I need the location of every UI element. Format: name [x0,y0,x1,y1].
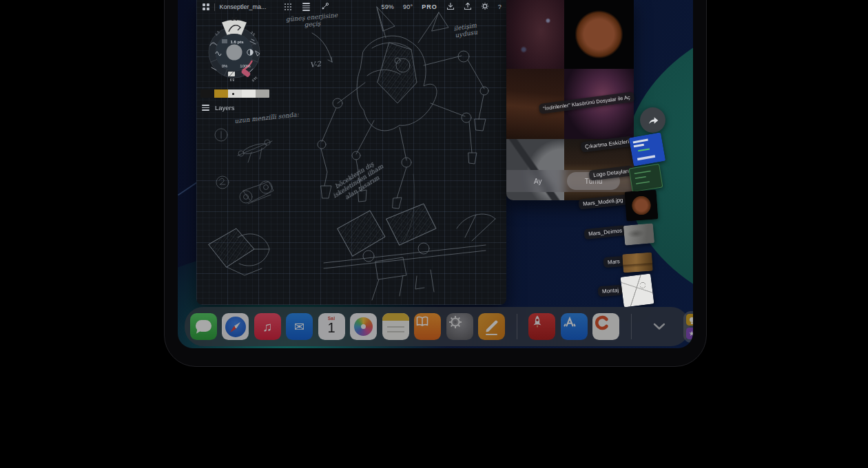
dock-app-music[interactable]: ♫ [254,313,281,340]
star-mini-icon: ★ [686,328,693,339]
vector-pen-icon[interactable] [321,2,329,12]
chat-bubble-icon [196,320,211,332]
open-in-files-button[interactable] [640,107,665,133]
concepts-c-icon [592,313,612,332]
eraser-size-label: 14.5 [251,76,258,83]
layers-list-icon[interactable] [302,3,310,10]
dock-app-notes[interactable] [382,313,409,340]
open-book-icon [414,313,431,330]
layers-label: Layers [215,104,235,111]
notes-header [382,313,409,321]
chevron-down-icon [653,323,665,330]
app-library-button[interactable]: ★ [683,311,694,343]
palette-swatch-selected[interactable] [228,89,242,98]
dock-app-messages[interactable] [190,313,217,340]
dock-app-mail[interactable]: ✉ [286,313,313,340]
drag-label-mars: Mars [603,256,624,268]
photo-nebula-horsehead[interactable] [506,0,564,69]
pen-baseline [486,334,497,335]
dock-app-appstore[interactable] [561,313,588,340]
mars-model-thumb[interactable] [625,189,659,221]
music-note-icon: ♫ [254,313,281,340]
palette-swatch[interactable] [214,89,228,98]
settings-gear-icon[interactable] [481,1,489,13]
snap-grid-icon[interactable] [285,3,291,10]
stroke-width-label: 1.6 pts [230,40,244,44]
dock-app-rocket[interactable] [528,313,555,340]
annotation-version: V-2 [309,60,321,70]
envelope-icon: ✉ [286,313,313,340]
rotation-angle[interactable]: 90° [403,3,413,10]
concepts-app-window[interactable]: güneş enerjisine geçiş iletişim uydusu V… [196,0,506,305]
opacity-max-label: 100% [240,64,251,68]
palette-swatch[interactable] [256,89,269,98]
tool-wheel[interactable]: 1.6 1.3 3.5 14.5 8. [202,11,268,89]
tips-mini-icon [686,314,693,326]
dock-divider [631,314,632,339]
mars-deimos-thumb[interactable] [623,223,654,246]
rocket-icon [528,313,546,331]
mars-photo-thumb[interactable] [622,253,653,273]
zoom-level[interactable]: 59% [381,3,394,10]
layers-button[interactable]: Layers [202,104,235,111]
color-puck [227,45,242,61]
tab-months[interactable]: Ay [534,178,542,185]
document-title: Konseptler_ma... [220,3,267,10]
sticker-sheet-green-thumb[interactable] [629,164,663,193]
sticker-sheet-blue-thumb[interactable] [629,132,666,167]
export-icon[interactable] [464,1,472,13]
drag-label-montage: Montaj [597,284,623,297]
marker-size-label: 8.9 [229,78,234,81]
ipad-screen: güneş enerjisine geçiş iletişim uydusu V… [178,0,693,348]
import-icon[interactable] [446,1,455,13]
notes-line [387,331,404,332]
dock-app-books[interactable] [414,313,441,340]
pen-icon [485,320,498,333]
drag-label-mars-deimos: Mars_Deimos [583,225,627,240]
montage-sketch-thumb[interactable] [620,273,654,307]
dock: ♫ ✉ Sal 1 [185,307,690,346]
dock-app-photos[interactable] [350,313,377,340]
stage: güneş enerjisine geçiş iletişim uydusu V… [0,0,868,468]
help-button[interactable]: ? [498,3,502,10]
gear-icon [446,313,464,331]
dock-app-concepts[interactable] [592,313,619,340]
dock-app-settings[interactable] [446,313,473,340]
photo-mars-globe[interactable] [564,0,634,69]
concepts-toolbar-right: 59% 90° PRO ? [381,0,502,14]
toolbar-separator [214,3,215,11]
home-grid-icon[interactable] [203,3,209,10]
notes-line [387,326,404,328]
dock-app-safari[interactable] [222,313,249,340]
appstore-a-icon [561,313,579,331]
palette-swatch[interactable] [200,89,214,98]
palette-swatch[interactable] [242,89,256,98]
opacity-min-label: 0% [222,64,228,68]
dock-app-sketch-pen[interactable] [478,313,505,340]
color-palette[interactable] [200,89,269,98]
dock-app-calendar[interactable]: Sal 1 [318,313,345,340]
selected-size-label: 1.6 [231,17,237,21]
dock-collapse-button[interactable] [649,313,670,340]
photos-flower-icon [354,317,373,336]
forward-arrow-icon [646,114,660,127]
dock-divider [517,314,517,339]
layers-menu-icon [202,105,209,111]
pro-badge[interactable]: PRO [422,3,437,10]
calendar-day: 1 [318,320,345,336]
